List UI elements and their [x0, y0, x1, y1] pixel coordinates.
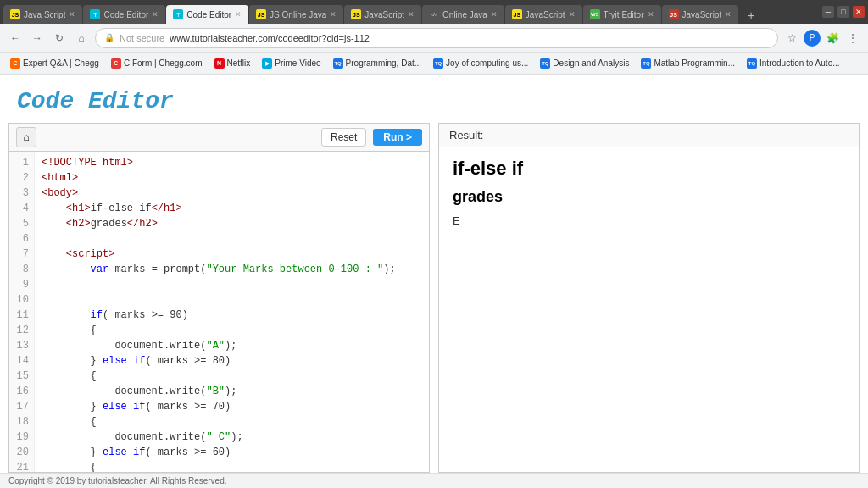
result-output: E: [453, 214, 845, 227]
bookmark-netflix[interactable]: N Netflix: [209, 57, 256, 70]
tab-javascript-3[interactable]: JS JavaScript ✕: [505, 5, 582, 24]
profile-icon[interactable]: P: [804, 30, 821, 47]
home-icon: ⌂: [23, 131, 29, 143]
tab-icon-2: T: [90, 9, 100, 19]
tab-icon-7: JS: [512, 9, 522, 19]
tab-javascript-1[interactable]: JS Java Script ✕: [3, 5, 82, 24]
bookmark-chegg-qa[interactable]: C Expert Q&A | Chegg: [5, 57, 104, 70]
home-button-editor[interactable]: ⌂: [16, 127, 36, 147]
title-bar: JS Java Script ✕ T Code Editor ✕ T Code …: [0, 0, 868, 24]
copyright-text: Copyright © 2019 by tutorialsteacher. Al…: [8, 476, 227, 485]
bookmarks-bar: C Expert Q&A | Chegg C C Form | Chegg.co…: [0, 53, 868, 75]
tab-javascript-4[interactable]: JS JavaScript ✕: [662, 5, 739, 24]
code-editor: 1234567891011121314151617181920212223 <!…: [9, 152, 429, 472]
home-button[interactable]: ⌂: [73, 30, 90, 47]
tab-javascript-2[interactable]: JS JavaScript ✕: [344, 5, 421, 24]
new-tab-button[interactable]: +: [743, 7, 760, 24]
tab-close-9[interactable]: ✕: [725, 10, 732, 19]
result-h1: if-else if: [453, 158, 845, 180]
tab-close-3[interactable]: ✕: [235, 10, 242, 19]
extensions-icon[interactable]: 🧩: [824, 30, 841, 47]
url-bar[interactable]: 🔒 Not secure www.tutorialsteacher.com/co…: [95, 28, 778, 48]
line-numbers: 1234567891011121314151617181920212223: [9, 152, 35, 472]
address-bar: ← → ↻ ⌂ 🔒 Not secure www.tutorialsteache…: [0, 24, 868, 53]
bookmark-chegg-form[interactable]: C C Form | Chegg.com: [106, 57, 208, 70]
bookmark-label-6: Joy of computing us...: [446, 58, 528, 68]
bookmark-design[interactable]: TQ Design and Analysis: [535, 57, 634, 70]
bookmark-label-8: Matlab Programmin...: [654, 58, 735, 68]
address-actions: ☆ P 🧩 ⋮: [783, 30, 861, 47]
browser-window: JS Java Script ✕ T Code Editor ✕ T Code …: [0, 0, 868, 488]
tab-icon-4: JS: [256, 9, 266, 19]
bookmark-star-icon[interactable]: ☆: [783, 30, 800, 47]
bookmark-label-2: C Form | Chegg.com: [124, 58, 203, 68]
url-text: www.tutorialsteacher.com/codeeditor?cid=…: [170, 33, 370, 43]
bookmark-matlab[interactable]: TQ Matlab Programmin...: [636, 57, 740, 70]
close-button[interactable]: ✕: [853, 6, 865, 18]
tab-online-java[interactable]: </> Online Java ✕: [422, 5, 504, 24]
lock-icon: 🔒: [104, 33, 114, 42]
bookmark-icon-3: N: [214, 58, 225, 69]
editor-area: ⌂ Reset Run > 12345678910111213141516171…: [0, 123, 868, 473]
result-panel: Result: if-else if grades E: [438, 123, 860, 473]
tab-close-1[interactable]: ✕: [69, 10, 75, 19]
result-header: Result:: [439, 124, 859, 147]
tab-code-editor-1[interactable]: T Code Editor ✕: [83, 5, 165, 24]
result-content: if-else if grades E: [439, 147, 859, 472]
tab-icon-3: T: [173, 9, 183, 19]
tab-tryit[interactable]: W3 Tryit Editor ✕: [583, 5, 661, 24]
bookmark-label-3: Netflix: [227, 58, 251, 68]
back-button[interactable]: ←: [7, 30, 24, 47]
tab-code-editor-active[interactable]: T Code Editor ✕: [166, 5, 248, 24]
result-label: Result:: [449, 129, 483, 141]
tab-label-8: Tryit Editor: [604, 10, 644, 19]
tab-label-1: Java Script: [24, 10, 65, 19]
code-panel: ⌂ Reset Run > 12345678910111213141516171…: [8, 123, 430, 473]
bookmark-label-5: Programming, Dat...: [346, 58, 421, 68]
bookmark-label-7: Design and Analysis: [553, 58, 629, 68]
code-content[interactable]: <!DOCTYPE html> <html> <body> <h1>if-els…: [35, 152, 429, 472]
bookmark-prime[interactable]: ▶ Prime Video: [257, 57, 326, 70]
bookmark-icon-6: TQ: [433, 58, 443, 69]
reload-button[interactable]: ↻: [51, 30, 68, 47]
tab-js-online[interactable]: JS JS Online Java ✕: [249, 5, 343, 24]
tab-label-9: JavaScript: [682, 10, 722, 19]
bookmark-label-4: Prime Video: [275, 58, 320, 68]
page-footer: Copyright © 2019 by tutorialsteacher. Al…: [0, 473, 868, 488]
menu-icon[interactable]: ⋮: [844, 30, 861, 47]
tab-icon-8: W3: [590, 9, 600, 19]
tab-label-7: JavaScript: [526, 10, 565, 19]
bookmark-icon-8: TQ: [641, 58, 651, 69]
bookmark-intro[interactable]: TQ Introduction to Auto...: [742, 57, 845, 70]
bookmark-icon-2: C: [111, 58, 121, 69]
run-button[interactable]: Run >: [373, 129, 422, 146]
bookmark-programming[interactable]: TQ Programming, Dat...: [328, 57, 426, 70]
tab-icon-5: JS: [351, 9, 361, 19]
tab-icon-6: </>: [429, 9, 439, 19]
bookmark-icon-7: TQ: [540, 58, 550, 69]
tab-close-5[interactable]: ✕: [408, 10, 415, 19]
bookmark-icon-4: ▶: [262, 58, 272, 69]
tab-close-7[interactable]: ✕: [569, 10, 576, 19]
not-secure-label: Not secure: [120, 33, 164, 43]
tab-bar: JS Java Script ✕ T Code Editor ✕ T Code …: [3, 0, 817, 24]
tab-close-2[interactable]: ✕: [152, 10, 159, 19]
tab-close-4[interactable]: ✕: [330, 10, 337, 19]
maximize-button[interactable]: □: [837, 6, 849, 18]
bookmark-joy[interactable]: TQ Joy of computing us...: [428, 57, 533, 70]
bookmark-label-9: Introduction to Auto...: [760, 58, 840, 68]
code-toolbar: ⌂ Reset Run >: [9, 124, 429, 152]
bookmark-label-1: Expert Q&A | Chegg: [23, 58, 99, 68]
tab-close-8[interactable]: ✕: [648, 10, 654, 19]
tab-icon-9: JS: [669, 9, 679, 19]
page-title: Code Editor: [17, 88, 851, 114]
tab-label-3: Code Editor: [186, 10, 231, 19]
tab-label-4: JS Online Java: [270, 10, 326, 19]
bookmark-icon-1: C: [10, 58, 20, 69]
tab-label-2: Code Editor: [103, 10, 148, 19]
tab-label-6: Online Java: [442, 10, 487, 19]
reset-button[interactable]: Reset: [321, 128, 366, 147]
minimize-button[interactable]: ─: [822, 6, 834, 18]
tab-close-6[interactable]: ✕: [491, 10, 498, 19]
forward-button[interactable]: →: [29, 30, 46, 47]
